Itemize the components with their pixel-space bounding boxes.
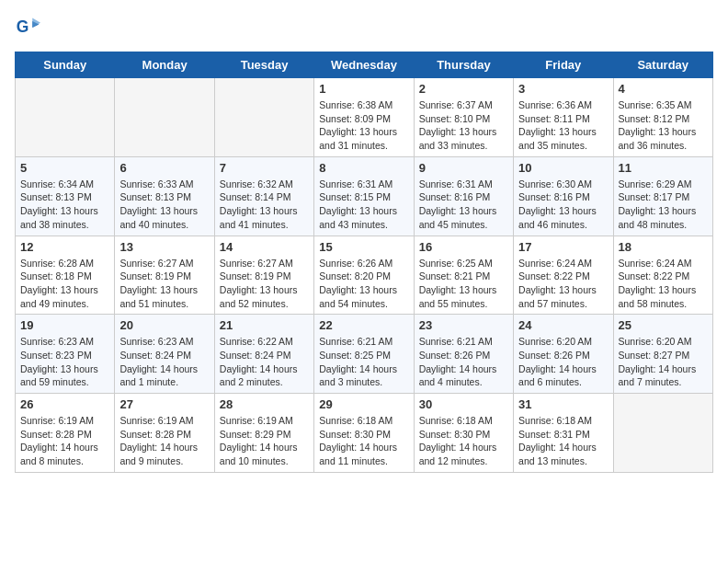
calendar-cell: 13Sunrise: 6:27 AM Sunset: 8:19 PM Dayli… [115, 236, 214, 315]
day-number: 24 [518, 318, 608, 332]
calendar-body: 1Sunrise: 6:38 AM Sunset: 8:09 PM Daylig… [16, 78, 713, 473]
weekday-header-tuesday: Tuesday [214, 52, 313, 78]
day-number: 20 [119, 318, 209, 332]
calendar-cell [115, 78, 214, 157]
day-info: Sunrise: 6:23 AM Sunset: 8:23 PM Dayligh… [20, 335, 109, 389]
calendar-cell: 3Sunrise: 6:36 AM Sunset: 8:11 PM Daylig… [514, 78, 613, 157]
day-info: Sunrise: 6:18 AM Sunset: 8:30 PM Dayligh… [319, 414, 408, 468]
calendar-cell [613, 394, 712, 473]
calendar-cell: 17Sunrise: 6:24 AM Sunset: 8:22 PM Dayli… [514, 236, 613, 315]
day-info: Sunrise: 6:22 AM Sunset: 8:24 PM Dayligh… [220, 335, 309, 389]
calendar-cell: 21Sunrise: 6:22 AM Sunset: 8:24 PM Dayli… [214, 315, 313, 394]
calendar-cell: 31Sunrise: 6:18 AM Sunset: 8:31 PM Dayli… [514, 394, 613, 473]
day-number: 17 [518, 240, 608, 254]
day-info: Sunrise: 6:33 AM Sunset: 8:13 PM Dayligh… [119, 178, 209, 232]
weekday-header-row: SundayMondayTuesdayWednesdayThursdayFrid… [16, 52, 713, 78]
day-number: 7 [220, 161, 309, 175]
day-number: 30 [419, 397, 508, 411]
weekday-header-thursday: Thursday [414, 52, 513, 78]
calendar-cell: 8Sunrise: 6:31 AM Sunset: 8:15 PM Daylig… [314, 156, 414, 236]
logo-icon: G [15, 15, 40, 40]
weekday-header-friday: Friday [514, 52, 613, 78]
week-row-2: 5Sunrise: 6:34 AM Sunset: 8:13 PM Daylig… [16, 156, 713, 236]
calendar-cell: 25Sunrise: 6:20 AM Sunset: 8:27 PM Dayli… [613, 315, 712, 394]
calendar-cell: 6Sunrise: 6:33 AM Sunset: 8:13 PM Daylig… [115, 156, 214, 236]
week-row-1: 1Sunrise: 6:38 AM Sunset: 8:09 PM Daylig… [16, 78, 713, 157]
day-number: 25 [619, 318, 708, 332]
day-info: Sunrise: 6:37 AM Sunset: 8:10 PM Dayligh… [419, 98, 508, 153]
calendar-cell: 5Sunrise: 6:34 AM Sunset: 8:13 PM Daylig… [16, 156, 115, 236]
calendar-cell: 4Sunrise: 6:35 AM Sunset: 8:12 PM Daylig… [613, 78, 712, 157]
calendar-cell: 10Sunrise: 6:30 AM Sunset: 8:16 PM Dayli… [514, 156, 613, 236]
day-number: 2 [419, 82, 508, 96]
calendar-cell: 12Sunrise: 6:28 AM Sunset: 8:18 PM Dayli… [16, 236, 115, 315]
day-info: Sunrise: 6:28 AM Sunset: 8:18 PM Dayligh… [20, 257, 109, 311]
logo: G [15, 15, 44, 40]
day-info: Sunrise: 6:29 AM Sunset: 8:17 PM Dayligh… [619, 178, 708, 232]
header: G [15, 15, 713, 40]
day-info: Sunrise: 6:32 AM Sunset: 8:14 PM Dayligh… [220, 178, 309, 232]
calendar-cell: 9Sunrise: 6:31 AM Sunset: 8:16 PM Daylig… [414, 156, 513, 236]
day-info: Sunrise: 6:18 AM Sunset: 8:31 PM Dayligh… [518, 414, 608, 468]
day-info: Sunrise: 6:24 AM Sunset: 8:22 PM Dayligh… [619, 257, 708, 311]
weekday-header-saturday: Saturday [613, 52, 712, 78]
calendar-cell: 19Sunrise: 6:23 AM Sunset: 8:23 PM Dayli… [16, 315, 115, 394]
day-info: Sunrise: 6:23 AM Sunset: 8:24 PM Dayligh… [119, 335, 209, 389]
day-info: Sunrise: 6:20 AM Sunset: 8:27 PM Dayligh… [619, 335, 708, 389]
calendar-cell: 20Sunrise: 6:23 AM Sunset: 8:24 PM Dayli… [115, 315, 214, 394]
day-info: Sunrise: 6:36 AM Sunset: 8:11 PM Dayligh… [518, 98, 608, 153]
day-number: 22 [319, 318, 408, 332]
weekday-header-monday: Monday [115, 52, 214, 78]
day-number: 26 [20, 397, 109, 411]
day-number: 15 [319, 240, 408, 254]
calendar-cell: 7Sunrise: 6:32 AM Sunset: 8:14 PM Daylig… [214, 156, 313, 236]
day-number: 14 [220, 240, 309, 254]
calendar-cell: 22Sunrise: 6:21 AM Sunset: 8:25 PM Dayli… [314, 315, 414, 394]
day-number: 1 [319, 82, 408, 96]
day-number: 11 [619, 161, 708, 175]
calendar-cell: 16Sunrise: 6:25 AM Sunset: 8:21 PM Dayli… [414, 236, 513, 315]
calendar-cell [214, 78, 313, 157]
day-info: Sunrise: 6:30 AM Sunset: 8:16 PM Dayligh… [518, 178, 608, 232]
day-info: Sunrise: 6:31 AM Sunset: 8:16 PM Dayligh… [419, 178, 508, 232]
calendar-cell [16, 78, 115, 157]
day-number: 3 [518, 82, 608, 96]
calendar-cell: 11Sunrise: 6:29 AM Sunset: 8:17 PM Dayli… [613, 156, 712, 236]
day-number: 4 [619, 82, 708, 96]
day-info: Sunrise: 6:27 AM Sunset: 8:19 PM Dayligh… [220, 257, 309, 311]
day-number: 18 [619, 240, 708, 254]
day-info: Sunrise: 6:25 AM Sunset: 8:21 PM Dayligh… [419, 257, 508, 311]
day-number: 12 [20, 240, 109, 254]
day-info: Sunrise: 6:21 AM Sunset: 8:25 PM Dayligh… [319, 335, 408, 389]
day-info: Sunrise: 6:20 AM Sunset: 8:26 PM Dayligh… [518, 335, 608, 389]
day-info: Sunrise: 6:27 AM Sunset: 8:19 PM Dayligh… [119, 257, 209, 311]
calendar-cell: 2Sunrise: 6:37 AM Sunset: 8:10 PM Daylig… [414, 78, 513, 157]
day-info: Sunrise: 6:34 AM Sunset: 8:13 PM Dayligh… [20, 178, 109, 232]
calendar-cell: 15Sunrise: 6:26 AM Sunset: 8:20 PM Dayli… [314, 236, 414, 315]
day-number: 27 [119, 397, 209, 411]
day-number: 29 [319, 397, 408, 411]
calendar-cell: 30Sunrise: 6:18 AM Sunset: 8:30 PM Dayli… [414, 394, 513, 473]
day-info: Sunrise: 6:35 AM Sunset: 8:12 PM Dayligh… [619, 98, 708, 153]
calendar-table: SundayMondayTuesdayWednesdayThursdayFrid… [15, 52, 713, 473]
day-info: Sunrise: 6:24 AM Sunset: 8:22 PM Dayligh… [518, 257, 608, 311]
svg-text:G: G [17, 17, 29, 36]
weekday-header-wednesday: Wednesday [314, 52, 414, 78]
day-info: Sunrise: 6:19 AM Sunset: 8:28 PM Dayligh… [20, 414, 109, 468]
calendar-cell: 28Sunrise: 6:19 AM Sunset: 8:29 PM Dayli… [214, 394, 313, 473]
calendar-cell: 26Sunrise: 6:19 AM Sunset: 8:28 PM Dayli… [16, 394, 115, 473]
day-number: 31 [518, 397, 608, 411]
week-row-5: 26Sunrise: 6:19 AM Sunset: 8:28 PM Dayli… [16, 394, 713, 473]
day-number: 8 [319, 161, 408, 175]
calendar-cell: 1Sunrise: 6:38 AM Sunset: 8:09 PM Daylig… [314, 78, 414, 157]
day-info: Sunrise: 6:19 AM Sunset: 8:28 PM Dayligh… [119, 414, 209, 468]
day-info: Sunrise: 6:18 AM Sunset: 8:30 PM Dayligh… [419, 414, 508, 468]
day-number: 23 [419, 318, 508, 332]
week-row-4: 19Sunrise: 6:23 AM Sunset: 8:23 PM Dayli… [16, 315, 713, 394]
day-info: Sunrise: 6:26 AM Sunset: 8:20 PM Dayligh… [319, 257, 408, 311]
day-number: 10 [518, 161, 608, 175]
day-number: 6 [119, 161, 209, 175]
day-number: 13 [119, 240, 209, 254]
day-info: Sunrise: 6:31 AM Sunset: 8:15 PM Dayligh… [319, 178, 408, 232]
weekday-header-sunday: Sunday [16, 52, 115, 78]
